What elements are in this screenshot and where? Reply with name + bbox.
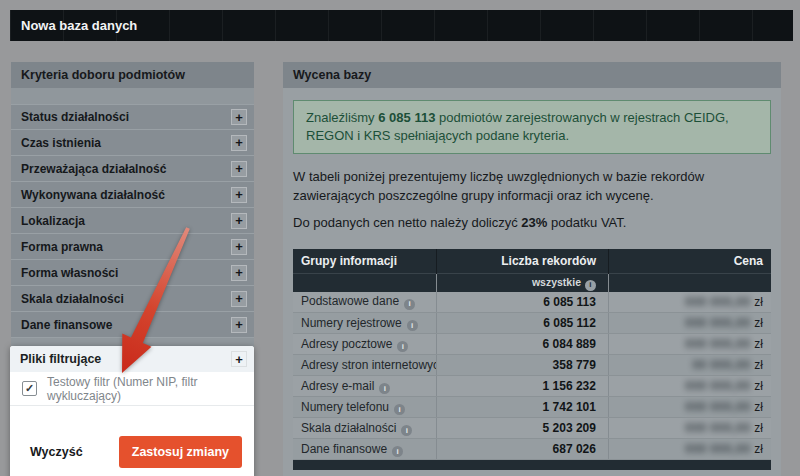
test-filter-row: ✓ Testowy filtr (Numer NIP, filtr wykluc…	[10, 372, 254, 406]
info-icon[interactable]: i	[401, 425, 412, 436]
table-row: Adresy pocztowei 6 084 889 000 000,00zł	[293, 334, 771, 355]
info-icon[interactable]: i	[404, 299, 415, 310]
accordion-item-dane-finansowe[interactable]: Dane finansowe +	[11, 312, 254, 338]
table-row: Podstawowe danei 6 085 113 000 000,00zł	[293, 292, 771, 313]
accordion-item-lokalizacja[interactable]: Lokalizacja +	[11, 208, 254, 234]
table-footer-strip	[293, 460, 771, 470]
table-row: Dane finansowei 687 026 000 000,00zł	[293, 439, 771, 460]
table-row: Numery telefonui 1 742 101 000 000,00zł	[293, 397, 771, 418]
results-count: 6 085 113	[378, 110, 435, 125]
expand-plus-icon[interactable]: +	[231, 109, 247, 125]
test-filter-checkbox[interactable]: ✓	[22, 381, 37, 396]
accordion-item-pliki-filtrujace[interactable]: Pliki filtrujące +	[10, 346, 254, 372]
criteria-accordion: Status działalności + Czas istnienia + P…	[11, 104, 254, 338]
table-description-text: W tabeli poniżej prezentujemy liczbę uwz…	[293, 168, 771, 206]
subheader-all-label: wszystkie	[532, 276, 581, 288]
col-header-records: Liczba rekordów	[436, 249, 608, 274]
pricing-table: Grupy informacji Liczba rekordów Cena ws…	[293, 249, 771, 461]
table-row: Numery rejestrowei 6 085 112 000 000,00z…	[293, 313, 771, 334]
expand-plus-icon[interactable]: +	[231, 239, 247, 255]
criteria-panel-title: Kryteria doboru podmiotów	[21, 68, 185, 82]
masked-price: 000 000,00	[685, 316, 750, 330]
valuation-panel-title: Wycena bazy	[293, 68, 371, 82]
col-header-groups: Grupy informacji	[293, 249, 436, 274]
criteria-panel: Kryteria doboru podmiotów Status działal…	[11, 62, 254, 476]
pricing-table-header-row: Grupy informacji Liczba rekordów Cena	[293, 249, 771, 274]
accordion-item-forma-prawna[interactable]: Forma prawna +	[11, 234, 254, 260]
valuation-panel: Wycena bazy Znaleźliśmy 6 085 113 podmio…	[283, 62, 781, 476]
accordion-item-wykonywana-dzialalnosc[interactable]: Wykonywana działalność +	[11, 182, 254, 208]
page-title: Nowa baza danych	[21, 18, 137, 33]
expand-plus-icon[interactable]: +	[231, 135, 247, 151]
apply-changes-button[interactable]: Zastosuj zmiany	[119, 436, 242, 468]
col-header-price: Cena	[608, 249, 771, 274]
info-icon[interactable]: i	[585, 280, 596, 291]
accordion-item-przewazajaca-dzialalnosc[interactable]: Przeważająca działalność +	[11, 156, 254, 182]
accordion-item-czas-istnienia[interactable]: Czas istnienia +	[11, 130, 254, 156]
info-icon[interactable]: i	[397, 341, 408, 352]
masked-price: 000 000,00	[685, 379, 750, 393]
test-filter-label: Testowy filtr (Numer NIP, filtr wyklucza…	[47, 375, 254, 403]
expand-plus-icon[interactable]: +	[231, 161, 247, 177]
info-icon[interactable]: i	[394, 404, 405, 415]
expand-plus-icon[interactable]: +	[231, 213, 247, 229]
masked-price: 000 000,00	[685, 400, 750, 414]
clear-filters-button[interactable]: Wyczyść	[30, 445, 83, 459]
expand-plus-icon[interactable]: +	[231, 187, 247, 203]
expand-plus-icon[interactable]: +	[231, 351, 247, 367]
filter-files-card: Pliki filtrujące + ✓ Testowy filtr (Nume…	[10, 346, 254, 476]
accordion-item-status-dzialalnosci[interactable]: Status działalności +	[11, 104, 254, 130]
filter-actions: Wyczyść Zastosuj zmiany	[10, 422, 254, 476]
accordion-item-forma-wlasnosci[interactable]: Forma własności +	[11, 260, 254, 286]
table-row: Adresy e-maili 1 156 232 000 000,00zł	[293, 376, 771, 397]
results-summary-alert: Znaleźliśmy 6 085 113 podmiotów zarejest…	[293, 100, 771, 154]
info-icon[interactable]: i	[392, 446, 403, 457]
masked-price: 000 000,00	[685, 337, 750, 351]
masked-price: 000 000,00	[685, 421, 750, 435]
criteria-panel-header: Kryteria doboru podmiotów	[11, 62, 254, 88]
masked-price: 000 000,00	[685, 442, 750, 456]
expand-plus-icon[interactable]: +	[231, 317, 247, 333]
accordion-item-skala-dzialalnosci[interactable]: Skala działalności +	[11, 286, 254, 312]
table-row: Skala działalnościi 5 203 209 000 000,00…	[293, 418, 771, 439]
expand-plus-icon[interactable]: +	[231, 265, 247, 281]
table-row: Adresy stron internetowychi 358 779 00 0…	[293, 355, 771, 376]
masked-price: 000 000,00	[685, 295, 750, 309]
pricing-table-subheader-row: wszystkiei	[293, 274, 771, 292]
vat-note-text: Do podanych cen netto należy doliczyć 23…	[293, 214, 771, 233]
top-bar: Nowa baza danych	[10, 10, 793, 41]
expand-plus-icon[interactable]: +	[231, 291, 247, 307]
valuation-content: Znaleźliśmy 6 085 113 podmiotów zarejest…	[283, 88, 781, 470]
masked-price: 00 000,00	[692, 358, 750, 372]
valuation-panel-header: Wycena bazy	[283, 62, 781, 88]
info-icon[interactable]: i	[407, 320, 418, 331]
info-icon[interactable]: i	[379, 383, 390, 394]
